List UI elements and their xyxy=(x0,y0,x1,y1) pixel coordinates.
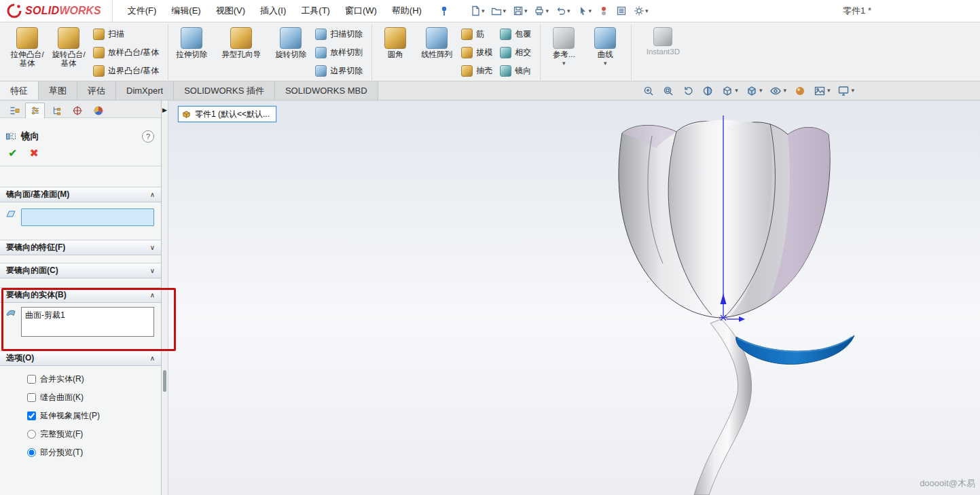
caret-icon[interactable]: ▾ xyxy=(735,88,738,94)
ribbon-button-draft[interactable]: 拔模 xyxy=(458,44,495,60)
ribbon-button-extrude-boss[interactable]: 拉伸凸台/基体 xyxy=(7,26,47,69)
undo-button[interactable]: ▾ xyxy=(553,4,573,18)
tab-dimxpert-manager[interactable] xyxy=(67,103,87,118)
view-settings-button[interactable]: ▾ xyxy=(837,85,854,97)
view-orientation-button[interactable]: ▾ xyxy=(721,85,738,97)
tab-feature-manager[interactable] xyxy=(4,103,24,118)
zoom-area-button[interactable] xyxy=(662,85,674,97)
new-document-button[interactable]: ▾ xyxy=(468,4,487,18)
tab-evaluate[interactable]: 评估 xyxy=(77,81,116,100)
option-propagate-visual-properties[interactable]: 延伸视象属性(P) xyxy=(0,407,161,425)
file-properties-button[interactable] xyxy=(614,4,629,18)
section-bodies-to-mirror[interactable]: 要镜向的实体(B) ∧ xyxy=(0,287,161,303)
ribbon-button-revolve-cut[interactable]: 旋转切除 xyxy=(271,26,310,60)
model-canvas[interactable]: dooooit@木易 xyxy=(168,100,980,495)
manager-tabs xyxy=(0,100,161,118)
option-partial-preview[interactable]: 部分预览(T) xyxy=(0,443,161,462)
apply-scene-button[interactable]: ▾ xyxy=(814,85,831,97)
save-button[interactable]: ▾ xyxy=(511,4,530,18)
option-full-preview[interactable]: 完整预览(F) xyxy=(0,425,161,443)
caret-icon[interactable]: ▾ xyxy=(567,8,570,14)
menu-insert[interactable]: 插入(I) xyxy=(253,2,293,20)
menu-edit[interactable]: 编辑(E) xyxy=(164,2,207,20)
ribbon-button-loft[interactable]: 放样凸台/基体 xyxy=(90,44,162,60)
section-faces-to-mirror[interactable]: 要镜向的面(C) ∨ xyxy=(0,263,161,278)
caret-icon[interactable]: ▾ xyxy=(589,8,592,14)
selected-body-item[interactable]: 曲面-剪裁1 xyxy=(25,310,150,321)
tab-property-manager[interactable] xyxy=(25,103,45,118)
section-view-button[interactable] xyxy=(702,85,714,97)
ribbon-button-hole-wizard[interactable]: 异型孔向导 xyxy=(213,26,269,60)
graphics-viewport[interactable]: 零件1 (默认<<默认... xyxy=(168,100,980,495)
menu-window[interactable]: 窗口(W) xyxy=(338,2,384,20)
mirror-plane-selection-box[interactable] xyxy=(21,208,154,226)
caret-icon[interactable]: ▾ xyxy=(851,88,854,94)
caret-icon[interactable]: ▾ xyxy=(503,8,506,14)
caret-icon[interactable]: ▾ xyxy=(759,88,763,94)
option-knit-surfaces[interactable]: 缝合曲面(K) xyxy=(0,388,161,407)
knit-surfaces-checkbox[interactable] xyxy=(27,393,36,402)
ribbon-button-mirror[interactable]: 镜向 xyxy=(497,62,534,79)
tab-features[interactable]: 特征 xyxy=(0,81,39,100)
ribbon-button-extrude-cut[interactable]: 拉伸切除 xyxy=(172,26,211,60)
tab-solidworks-addins[interactable]: SOLIDWORKS 插件 xyxy=(174,81,275,100)
ribbon-button-sweep-cut[interactable]: 扫描切除 xyxy=(312,26,365,42)
splitter-handle[interactable] xyxy=(163,370,166,392)
tab-configuration-manager[interactable] xyxy=(46,103,66,118)
caret-icon[interactable]: ▾ xyxy=(545,8,549,14)
caret-icon[interactable]: ▾ xyxy=(482,8,485,14)
menu-help[interactable]: 帮助(H) xyxy=(385,2,429,20)
menu-file[interactable]: 文件(F) xyxy=(121,2,164,20)
open-button[interactable]: ▾ xyxy=(489,4,508,18)
caret-icon[interactable]: ▾ xyxy=(827,88,831,94)
section-features-to-mirror[interactable]: 要镜向的特征(F) ∨ xyxy=(0,240,161,255)
tab-display-manager[interactable] xyxy=(88,103,108,118)
pin-menu-icon[interactable] xyxy=(439,5,449,16)
edit-appearance-button[interactable] xyxy=(794,85,806,97)
ribbon-button-loft-cut[interactable]: 放样切割 xyxy=(312,44,365,60)
partial-preview-radio[interactable] xyxy=(27,448,36,457)
ribbon-button-shell[interactable]: 抽壳 xyxy=(458,62,495,79)
caret-icon[interactable]: ▾ xyxy=(783,88,786,94)
print-button[interactable]: ▾ xyxy=(532,4,551,18)
section-options[interactable]: 选项(O) ∧ xyxy=(0,350,161,366)
ribbon-button-intersect[interactable]: 相交 xyxy=(497,44,534,60)
hide-show-items-button[interactable]: ▾ xyxy=(769,85,786,97)
menu-tools[interactable]: 工具(T) xyxy=(294,2,337,20)
cancel-button[interactable]: ✖ xyxy=(29,148,38,159)
rebuild-button[interactable] xyxy=(596,4,611,18)
flyout-feature-tree-root[interactable]: 零件1 (默认<<默认... xyxy=(178,106,276,122)
ribbon-button-reference-geometry[interactable]: 参考... ▾ xyxy=(544,26,583,68)
merge-solids-checkbox[interactable] xyxy=(27,375,36,384)
tab-solidworks-mbd[interactable]: SOLIDWORKS MBD xyxy=(275,81,378,100)
display-style-button[interactable]: ▾ xyxy=(746,85,763,97)
bodies-selection-list[interactable]: 曲面-剪裁1 xyxy=(21,307,154,337)
ribbon-button-linear-pattern[interactable]: 线性阵列 xyxy=(417,26,456,60)
full-preview-radio[interactable] xyxy=(27,430,36,439)
ribbon-button-wrap[interactable]: 包覆 xyxy=(497,26,534,42)
section-mirror-plane[interactable]: 镜向面/基准面(M) ∧ xyxy=(0,187,161,202)
ribbon-button-instant3d[interactable]: Instant3D xyxy=(635,26,691,58)
propagate-visual-properties-checkbox[interactable] xyxy=(27,411,36,420)
flyout-expand-icon[interactable]: ▶ xyxy=(162,107,167,113)
caret-icon[interactable]: ▾ xyxy=(645,8,649,14)
ribbon-button-boundary-boss[interactable]: 边界凸台/基体 xyxy=(90,62,162,79)
options-button[interactable]: ▾ xyxy=(632,4,651,18)
help-icon[interactable]: ? xyxy=(142,130,154,143)
ribbon-button-revolve-boss[interactable]: 旋转凸台/基体 xyxy=(49,26,88,69)
zoom-fit-button[interactable] xyxy=(642,85,655,97)
ribbon-button-rib[interactable]: 筋 xyxy=(458,26,495,42)
ribbon-button-boundary-cut[interactable]: 边界切除 xyxy=(312,62,365,79)
ok-button[interactable]: ✔ xyxy=(8,148,17,159)
tab-sketch[interactable]: 草图 xyxy=(39,81,77,100)
menu-view[interactable]: 视图(V) xyxy=(209,2,252,20)
ribbon-button-curves[interactable]: 曲线 ▾ xyxy=(585,26,625,68)
option-merge-solids[interactable]: 合并实体(R) xyxy=(0,370,161,388)
panel-splitter[interactable]: ▶ xyxy=(162,100,168,495)
caret-icon[interactable]: ▾ xyxy=(524,8,528,14)
previous-view-button[interactable] xyxy=(682,85,694,97)
select-button[interactable]: ▾ xyxy=(575,4,594,18)
tab-dimxpert[interactable]: DimXpert xyxy=(116,81,174,100)
ribbon-button-sweep[interactable]: 扫描 xyxy=(90,26,162,42)
ribbon-button-fillet[interactable]: 圆角 xyxy=(376,26,415,60)
